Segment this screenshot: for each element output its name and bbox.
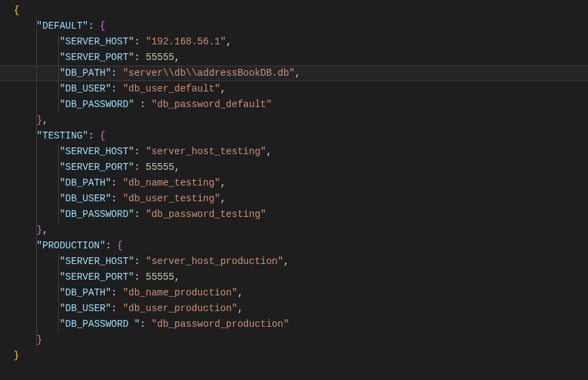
comma-token: , <box>295 68 300 78</box>
key-token: "DB_PATH" <box>59 68 111 78</box>
str-token: "server\\db\\addressBookDB.db" <box>123 68 295 78</box>
colon-token: : <box>111 303 123 314</box>
comma-token: , <box>220 193 225 204</box>
key-token: "DB_USER" <box>59 303 111 314</box>
brace2-token: } <box>37 115 42 126</box>
str-token: "db_password_production" <box>152 319 290 330</box>
code-line[interactable]: "SERVER_HOST": "server_host_production", <box>14 254 588 269</box>
code-line[interactable]: "DB_PASSWORD ": "db_password_production" <box>14 317 588 332</box>
num-token: 55555 <box>145 162 174 173</box>
colon-token: : <box>134 272 145 282</box>
key-token: "SERVER_HOST" <box>59 256 134 267</box>
code-content[interactable]: { "DEFAULT": { "SERVER_HOST": "192.168.5… <box>0 3 588 364</box>
str-token: "server_host_testing" <box>145 146 266 157</box>
key-token: "SERVER_PORT" <box>59 52 134 63</box>
key-token: "DB_USER" <box>59 193 111 204</box>
colon-token: : <box>134 209 145 220</box>
code-line[interactable]: { <box>14 3 588 18</box>
code-line[interactable]: } <box>14 348 588 364</box>
code-line[interactable]: "DB_PATH": "db_name_testing", <box>14 175 588 191</box>
comma-token: , <box>42 224 48 235</box>
str-token: "db_password_default" <box>152 99 272 110</box>
colon-token: : <box>88 20 100 31</box>
code-line[interactable]: "SERVER_HOST": "server_host_testing", <box>14 144 588 160</box>
str-token: "db_password_testing" <box>145 209 266 220</box>
colon-token: : <box>111 193 123 204</box>
code-line[interactable]: "DEFAULT": { <box>14 18 588 34</box>
comma-token: , <box>174 162 180 173</box>
punct-token <box>134 99 139 110</box>
comma-token: , <box>238 303 243 314</box>
colon-token: : <box>134 162 145 173</box>
code-line[interactable]: }, <box>14 113 588 128</box>
key-token: "TESTING" <box>37 130 89 141</box>
str-token: "server_host_production" <box>145 256 283 267</box>
brace-token: } <box>14 350 19 361</box>
code-line[interactable]: "DB_PASSWORD": "db_password_testing" <box>14 207 588 222</box>
colon-token: : <box>111 287 123 298</box>
comma-token: , <box>220 177 225 188</box>
code-line[interactable]: } <box>14 332 588 348</box>
brace2-token: { <box>100 130 105 141</box>
code-line[interactable]: }, <box>14 222 588 238</box>
comma-token: , <box>220 83 225 94</box>
comma-token: , <box>283 256 289 267</box>
key-token: "DB_PASSWORD" <box>59 209 134 220</box>
key-token: "DEFAULT" <box>37 20 89 31</box>
code-line[interactable]: "SERVER_HOST": "192.168.56.1", <box>14 34 588 50</box>
str-token: "db_user_testing" <box>123 193 221 204</box>
brace2-token: } <box>37 334 42 345</box>
colon-token: : <box>111 68 123 78</box>
colon-token: : <box>88 130 100 141</box>
code-line[interactable]: "DB_USER": "db_user_testing", <box>14 191 588 207</box>
colon-token: : <box>111 83 123 94</box>
key-token: "DB_PATH" <box>59 177 111 188</box>
code-editor[interactable]: { "DEFAULT": { "SERVER_HOST": "192.168.5… <box>0 0 588 366</box>
code-line[interactable]: "DB_PATH": "db_name_production", <box>14 285 588 301</box>
code-line[interactable]: "DB_USER": "db_user_production", <box>14 301 588 317</box>
brace2-token: } <box>37 224 42 235</box>
key-token: "PRODUCTION" <box>37 240 106 251</box>
colon-token: : <box>140 99 152 110</box>
code-line[interactable]: "SERVER_PORT": 55555, <box>14 269 588 285</box>
colon-token: : <box>134 36 145 47</box>
str-token: "192.168.56.1" <box>145 36 226 47</box>
comma-token: , <box>42 115 48 126</box>
code-line[interactable]: "TESTING": { <box>14 128 588 144</box>
str-token: "db_user_default" <box>123 83 221 94</box>
comma-token: , <box>174 52 180 63</box>
code-line[interactable]: "DB_PASSWORD" : "db_password_default" <box>14 97 588 113</box>
key-token: "DB_PASSWORD" <box>59 99 134 110</box>
colon-token: : <box>134 146 145 157</box>
brace-token: { <box>14 5 19 16</box>
colon-token: : <box>105 240 117 251</box>
key-token: "SERVER_HOST" <box>59 146 134 157</box>
code-line[interactable]: "DB_PATH": "server\\db\\addressBookDB.db… <box>14 65 588 81</box>
num-token: 55555 <box>145 52 174 63</box>
brace2-token: { <box>100 20 105 31</box>
key-token: "DB_PASSWORD " <box>59 319 140 330</box>
code-line[interactable]: "DB_USER": "db_user_default", <box>14 81 588 97</box>
comma-token: , <box>238 287 243 298</box>
key-token: "SERVER_PORT" <box>59 272 134 282</box>
comma-token: , <box>226 36 232 47</box>
brace2-token: { <box>117 240 122 251</box>
comma-token: , <box>174 272 180 282</box>
colon-token: : <box>111 177 123 188</box>
key-token: "DB_PATH" <box>59 287 111 298</box>
num-token: 55555 <box>145 272 174 282</box>
str-token: "db_user_production" <box>123 303 238 314</box>
colon-token: : <box>134 256 145 267</box>
colon-token: : <box>140 319 152 330</box>
key-token: "SERVER_PORT" <box>59 162 134 173</box>
code-line[interactable]: "PRODUCTION": { <box>14 238 588 254</box>
code-line[interactable]: "SERVER_PORT": 55555, <box>14 50 588 65</box>
key-token: "SERVER_HOST" <box>59 36 134 47</box>
code-line[interactable]: "SERVER_PORT": 55555, <box>14 160 588 175</box>
comma-token: , <box>266 146 272 157</box>
colon-token: : <box>134 52 145 63</box>
str-token: "db_name_testing" <box>123 177 221 188</box>
str-token: "db_name_production" <box>123 287 238 298</box>
key-token: "DB_USER" <box>59 83 111 94</box>
